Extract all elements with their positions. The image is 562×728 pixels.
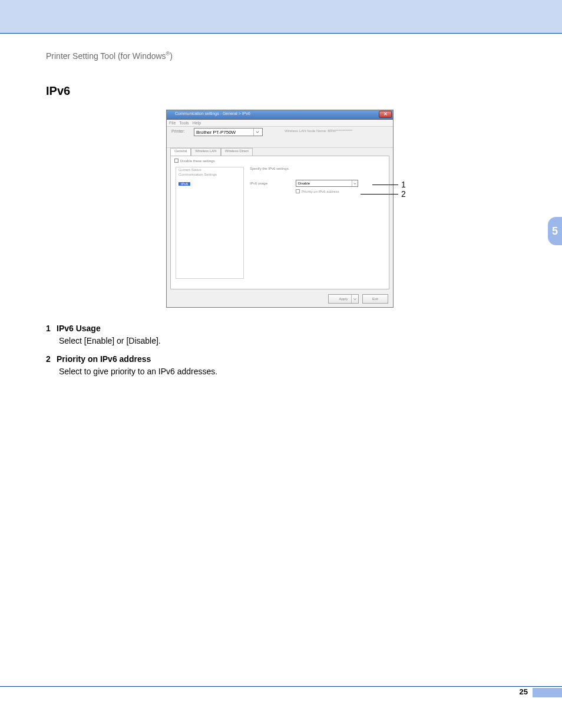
callout-number-1: 1 (401, 180, 406, 189)
apply-label: Apply (339, 297, 348, 301)
printer-dropdown[interactable]: Brother PT-P750W (194, 128, 263, 136)
header-band (0, 0, 562, 33)
screenshot-figure: Communication settings - General > IPv6 … (166, 110, 394, 308)
printer-row: Printer: Brother PT-P750W Wireless LAN N… (167, 127, 393, 148)
callout-number-2: 2 (401, 189, 406, 199)
footer-accent (533, 688, 562, 697)
dialog-window: Communication settings - General > IPv6 … (166, 110, 394, 308)
window-title: Communication settings - General > IPv6 (175, 111, 250, 116)
dialog-body: General Wireless LAN Wireless Direct Dis… (170, 148, 389, 289)
settings-tree: Current Status Communication Settings IP… (176, 167, 244, 279)
priority-label: Priority on IPv6 address (302, 190, 339, 193)
ipv6-usage-row: IPv6 usage Disable (250, 180, 384, 187)
item-number: 1 (46, 323, 57, 334)
node-name-label: Wireless LAN Node Name: BRW************ (285, 129, 352, 133)
item-title: Priority on IPv6 address (57, 354, 151, 364)
menu-file[interactable]: File (169, 121, 176, 125)
checkbox-icon (296, 189, 300, 193)
footer-rule (0, 686, 562, 687)
tab-strip: General Wireless LAN Wireless Direct (170, 148, 389, 156)
menu-help[interactable]: Help (193, 121, 201, 125)
dialog-button-row: Apply Exit (328, 294, 388, 304)
item-description: Select [Enable] or [Disable]. (59, 335, 494, 347)
tab-panel: Disable these settings Current Status Co… (170, 156, 389, 289)
chevron-down-icon (351, 295, 358, 303)
ipv6-usage-value: Disable (298, 182, 310, 185)
description-list: 1IPv6 Usage Select [Enable] or [Disable]… (46, 323, 494, 384)
list-item: 1IPv6 Usage Select [Enable] or [Disable]… (46, 323, 494, 347)
checkbox-icon (174, 159, 178, 163)
callout-line-1 (372, 185, 398, 185)
settings-pane: Specify the IPv6 settings. IPv6 usage Di… (250, 167, 384, 170)
header-rule (0, 33, 562, 34)
tab-general[interactable]: General (170, 148, 191, 156)
item-title: IPv6 Usage (57, 324, 101, 333)
chevron-down-icon (253, 129, 260, 136)
callout-line-2 (361, 194, 398, 195)
exit-label: Exit (372, 297, 378, 301)
apply-button[interactable]: Apply (328, 294, 359, 304)
tab-wireless-direct[interactable]: Wireless Direct (221, 148, 253, 156)
close-icon: ✕ (384, 112, 388, 117)
tree-current-status[interactable]: Current Status (176, 167, 243, 172)
disable-settings-checkbox[interactable]: Disable these settings (174, 159, 215, 163)
breadcrumb-post: ) (170, 51, 173, 61)
tree-comm-settings[interactable]: Communication Settings (176, 172, 243, 177)
disable-settings-label: Disable these settings (180, 159, 215, 163)
list-item: 2Priority on IPv6 address Select to give… (46, 354, 494, 377)
exit-button[interactable]: Exit (362, 294, 388, 304)
chapter-number: 5 (552, 225, 558, 238)
window-titlebar: Communication settings - General > IPv6 … (167, 110, 393, 120)
menubar: File Tools Help (167, 120, 393, 127)
priority-checkbox[interactable]: Priority on IPv6 address (296, 189, 339, 193)
chapter-tab: 5 (548, 217, 562, 245)
item-description: Select to give priority to an IPv6 addre… (59, 366, 494, 377)
chevron-down-icon (352, 180, 358, 186)
breadcrumb: Printer Setting Tool (for Windows®) (46, 51, 173, 61)
breadcrumb-pre: Printer Setting Tool (for Windows (46, 51, 166, 61)
specify-label: Specify the IPv6 settings. (250, 167, 384, 170)
ipv6-usage-dropdown[interactable]: Disable (296, 180, 358, 187)
ipv6-usage-label: IPv6 usage (250, 182, 296, 185)
menu-tools[interactable]: Tools (179, 121, 189, 125)
section-title: IPv6 (46, 84, 70, 98)
item-number: 2 (46, 354, 57, 365)
close-button[interactable]: ✕ (379, 111, 392, 118)
printer-label: Printer: (171, 129, 185, 133)
page-number: 25 (520, 687, 528, 696)
printer-value: Brother PT-P750W (196, 130, 236, 135)
tree-ipv6[interactable]: IPv6 (178, 182, 190, 186)
tab-wireless-lan[interactable]: Wireless LAN (191, 148, 220, 156)
